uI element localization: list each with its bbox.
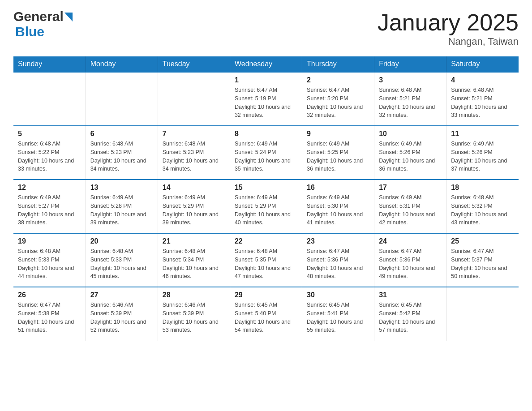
calendar-day-2: 2Sunrise: 6:47 AMSunset: 5:20 PMDaylight… — [302, 72, 374, 126]
calendar-day-27: 27Sunrise: 6:46 AMSunset: 5:39 PMDayligh… — [86, 287, 158, 341]
calendar-header-monday: Monday — [86, 56, 158, 72]
day-info: Sunrise: 6:45 AMSunset: 5:42 PMDaylight:… — [379, 301, 442, 334]
day-info: Sunrise: 6:48 AMSunset: 5:33 PMDaylight:… — [18, 247, 81, 281]
day-number: 29 — [235, 291, 297, 299]
calendar-empty-cell — [86, 72, 158, 126]
day-info: Sunrise: 6:48 AMSunset: 5:23 PMDaylight:… — [163, 140, 225, 173]
day-number: 27 — [90, 291, 153, 299]
day-info: Sunrise: 6:46 AMSunset: 5:39 PMDaylight:… — [163, 301, 225, 334]
calendar-day-29: 29Sunrise: 6:45 AMSunset: 5:40 PMDayligh… — [230, 287, 302, 341]
day-info: Sunrise: 6:47 AMSunset: 5:36 PMDaylight:… — [379, 247, 442, 281]
calendar-week-row: 26Sunrise: 6:47 AMSunset: 5:38 PMDayligh… — [13, 287, 519, 341]
calendar-day-21: 21Sunrise: 6:48 AMSunset: 5:34 PMDayligh… — [158, 233, 230, 287]
day-number: 28 — [163, 291, 225, 299]
calendar-day-16: 16Sunrise: 6:49 AMSunset: 5:30 PMDayligh… — [302, 180, 374, 233]
day-info: Sunrise: 6:48 AMSunset: 5:35 PMDaylight:… — [235, 247, 297, 281]
day-number: 10 — [379, 130, 442, 138]
calendar-week-row: 1Sunrise: 6:47 AMSunset: 5:19 PMDaylight… — [13, 72, 519, 126]
calendar-day-26: 26Sunrise: 6:47 AMSunset: 5:38 PMDayligh… — [13, 287, 86, 341]
day-number: 26 — [18, 291, 81, 299]
day-info: Sunrise: 6:49 AMSunset: 5:28 PMDaylight:… — [90, 193, 153, 227]
calendar-header-tuesday: Tuesday — [158, 56, 230, 72]
calendar-empty-cell — [446, 287, 519, 341]
page-title: January 2025 — [378, 9, 519, 36]
day-info: Sunrise: 6:49 AMSunset: 5:24 PMDaylight:… — [235, 140, 297, 173]
calendar-week-row: 19Sunrise: 6:48 AMSunset: 5:33 PMDayligh… — [13, 233, 519, 287]
day-info: Sunrise: 6:47 AMSunset: 5:36 PMDaylight:… — [307, 247, 369, 281]
day-info: Sunrise: 6:47 AMSunset: 5:20 PMDaylight:… — [307, 86, 369, 120]
calendar-day-31: 31Sunrise: 6:45 AMSunset: 5:42 PMDayligh… — [374, 287, 446, 341]
calendar-day-8: 8Sunrise: 6:49 AMSunset: 5:24 PMDaylight… — [230, 126, 302, 180]
calendar-day-30: 30Sunrise: 6:45 AMSunset: 5:41 PMDayligh… — [302, 287, 374, 341]
day-number: 11 — [451, 130, 514, 138]
day-number: 19 — [18, 237, 81, 245]
day-info: Sunrise: 6:49 AMSunset: 5:27 PMDaylight:… — [18, 193, 81, 227]
day-info: Sunrise: 6:48 AMSunset: 5:33 PMDaylight:… — [90, 247, 153, 281]
calendar-day-28: 28Sunrise: 6:46 AMSunset: 5:39 PMDayligh… — [158, 287, 230, 341]
day-number: 25 — [451, 237, 514, 245]
calendar-day-4: 4Sunrise: 6:48 AMSunset: 5:21 PMDaylight… — [446, 72, 519, 126]
day-info: Sunrise: 6:48 AMSunset: 5:32 PMDaylight:… — [451, 193, 514, 227]
logo-triangle-icon — [64, 13, 73, 21]
calendar-day-5: 5Sunrise: 6:48 AMSunset: 5:22 PMDaylight… — [13, 126, 86, 180]
day-number: 3 — [379, 76, 442, 84]
day-info: Sunrise: 6:48 AMSunset: 5:21 PMDaylight:… — [379, 86, 442, 120]
day-number: 7 — [163, 130, 225, 138]
calendar-day-15: 15Sunrise: 6:49 AMSunset: 5:29 PMDayligh… — [230, 180, 302, 233]
day-info: Sunrise: 6:45 AMSunset: 5:41 PMDaylight:… — [307, 301, 369, 334]
title-block: January 2025 Nangan, Taiwan — [378, 9, 519, 47]
calendar-day-18: 18Sunrise: 6:48 AMSunset: 5:32 PMDayligh… — [446, 180, 519, 233]
day-number: 18 — [451, 184, 514, 192]
day-number: 4 — [451, 76, 514, 84]
day-number: 30 — [307, 291, 369, 299]
day-number: 20 — [90, 237, 153, 245]
calendar-day-10: 10Sunrise: 6:49 AMSunset: 5:26 PMDayligh… — [374, 126, 446, 180]
day-number: 2 — [307, 76, 369, 84]
day-number: 24 — [379, 237, 442, 245]
day-info: Sunrise: 6:47 AMSunset: 5:38 PMDaylight:… — [18, 301, 81, 334]
logo: General Blue — [13, 9, 73, 39]
calendar-header-sunday: Sunday — [13, 56, 86, 72]
day-info: Sunrise: 6:48 AMSunset: 5:34 PMDaylight:… — [163, 247, 225, 281]
day-info: Sunrise: 6:45 AMSunset: 5:40 PMDaylight:… — [235, 301, 297, 334]
day-number: 21 — [163, 237, 225, 245]
day-number: 14 — [163, 184, 225, 192]
day-info: Sunrise: 6:49 AMSunset: 5:31 PMDaylight:… — [379, 193, 442, 227]
day-info: Sunrise: 6:49 AMSunset: 5:25 PMDaylight:… — [307, 140, 369, 173]
day-info: Sunrise: 6:49 AMSunset: 5:29 PMDaylight:… — [235, 193, 297, 227]
calendar-day-1: 1Sunrise: 6:47 AMSunset: 5:19 PMDaylight… — [230, 72, 302, 126]
calendar-day-25: 25Sunrise: 6:47 AMSunset: 5:37 PMDayligh… — [446, 233, 519, 287]
day-info: Sunrise: 6:49 AMSunset: 5:26 PMDaylight:… — [379, 140, 442, 173]
day-info: Sunrise: 6:47 AMSunset: 5:19 PMDaylight:… — [235, 86, 297, 120]
calendar-day-9: 9Sunrise: 6:49 AMSunset: 5:25 PMDaylight… — [302, 126, 374, 180]
day-info: Sunrise: 6:48 AMSunset: 5:23 PMDaylight:… — [90, 140, 153, 173]
calendar-header-friday: Friday — [374, 56, 446, 72]
page-subtitle: Nangan, Taiwan — [378, 36, 519, 47]
calendar-empty-cell — [158, 72, 230, 126]
day-number: 13 — [90, 184, 153, 192]
calendar-week-row: 12Sunrise: 6:49 AMSunset: 5:27 PMDayligh… — [13, 180, 519, 233]
day-info: Sunrise: 6:47 AMSunset: 5:37 PMDaylight:… — [451, 247, 514, 281]
calendar-day-6: 6Sunrise: 6:48 AMSunset: 5:23 PMDaylight… — [86, 126, 158, 180]
day-number: 8 — [235, 130, 297, 138]
day-info: Sunrise: 6:48 AMSunset: 5:22 PMDaylight:… — [18, 140, 81, 173]
calendar-day-11: 11Sunrise: 6:49 AMSunset: 5:26 PMDayligh… — [446, 126, 519, 180]
calendar-day-13: 13Sunrise: 6:49 AMSunset: 5:28 PMDayligh… — [86, 180, 158, 233]
day-info: Sunrise: 6:49 AMSunset: 5:26 PMDaylight:… — [451, 140, 514, 173]
logo-general-text: General — [13, 9, 64, 24]
day-number: 9 — [307, 130, 369, 138]
calendar-day-17: 17Sunrise: 6:49 AMSunset: 5:31 PMDayligh… — [374, 180, 446, 233]
calendar-table: SundayMondayTuesdayWednesdayThursdayFrid… — [13, 56, 519, 341]
day-info: Sunrise: 6:49 AMSunset: 5:29 PMDaylight:… — [163, 193, 225, 227]
day-number: 31 — [379, 291, 442, 299]
day-info: Sunrise: 6:48 AMSunset: 5:21 PMDaylight:… — [451, 86, 514, 120]
calendar-day-7: 7Sunrise: 6:48 AMSunset: 5:23 PMDaylight… — [158, 126, 230, 180]
calendar-day-22: 22Sunrise: 6:48 AMSunset: 5:35 PMDayligh… — [230, 233, 302, 287]
calendar-day-12: 12Sunrise: 6:49 AMSunset: 5:27 PMDayligh… — [13, 180, 86, 233]
day-number: 15 — [235, 184, 297, 192]
calendar-day-19: 19Sunrise: 6:48 AMSunset: 5:33 PMDayligh… — [13, 233, 86, 287]
day-number: 16 — [307, 184, 369, 192]
calendar-day-20: 20Sunrise: 6:48 AMSunset: 5:33 PMDayligh… — [86, 233, 158, 287]
day-number: 17 — [379, 184, 442, 192]
calendar-empty-cell — [13, 72, 86, 126]
